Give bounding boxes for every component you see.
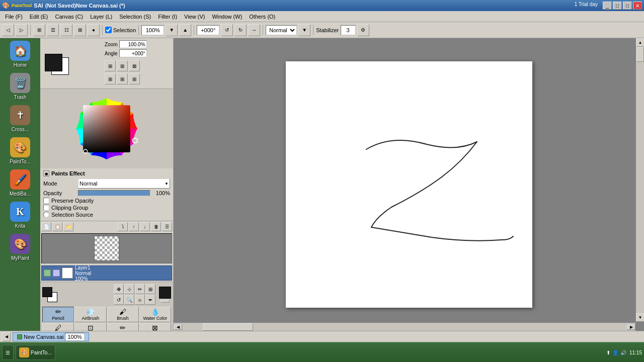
airbrush-tool-btn[interactable]: 💨 AirBrush xyxy=(74,307,106,322)
angle-input[interactable] xyxy=(197,25,219,35)
zoom-down-btn[interactable]: ▼ xyxy=(166,24,178,36)
transform-tool-btn[interactable]: ⊹ xyxy=(124,284,134,294)
zoom-input[interactable] xyxy=(141,25,164,35)
stabilizer-input[interactable] xyxy=(341,25,356,35)
angle-btn-2[interactable]: ↻ xyxy=(234,24,247,36)
copy-layer-btn[interactable]: 📋 xyxy=(52,222,62,231)
foreground-color-swatch[interactable] xyxy=(45,54,62,71)
zoom-value-input[interactable] xyxy=(119,40,147,48)
new-layer-btn[interactable]: 📄 xyxy=(41,222,51,231)
merge-down-btn[interactable]: ⤵ xyxy=(118,222,128,231)
menu-others[interactable]: Others (O) xyxy=(246,13,278,21)
preserve-opacity-checkbox[interactable] xyxy=(43,198,49,204)
view-btn-2[interactable]: ☰ xyxy=(47,24,59,36)
view-btn-1[interactable]: ⊞ xyxy=(33,24,45,36)
eyedropper-tool-btn[interactable]: ✏ xyxy=(135,284,145,294)
blend-mode-btn[interactable]: ▼ xyxy=(298,24,310,36)
scroll-track-h[interactable] xyxy=(183,323,626,331)
menu-window[interactable]: Window (W) xyxy=(209,13,245,21)
color-swatch-area[interactable] xyxy=(42,51,103,74)
selerase-tool-btn[interactable]: ⊠ SelErase xyxy=(139,323,171,331)
taskbar-painttool-btn[interactable]: 🎨 PaintTo... xyxy=(16,345,55,360)
lasso-tool-btn[interactable]: ⌾ xyxy=(135,295,145,305)
menu-layer[interactable]: Layer (L) xyxy=(87,13,115,21)
pencil-tool-btn[interactable]: ✏ Pencil xyxy=(42,307,74,322)
clipping-group-checkbox[interactable] xyxy=(43,205,49,211)
desktop-icon-krita[interactable]: K Krita xyxy=(10,202,30,229)
selection-checkbox[interactable] xyxy=(105,27,112,33)
restore-button[interactable]: □ xyxy=(623,2,632,10)
tab-scroll-left[interactable]: ◀ xyxy=(2,332,11,341)
menu-edit[interactable]: Edit (E) xyxy=(27,13,51,21)
view-btn-4[interactable]: ⊞ xyxy=(74,24,86,36)
paints-effect-expand[interactable]: ■ xyxy=(43,170,49,176)
drawing-canvas[interactable] xyxy=(286,61,532,308)
move-tool-btn[interactable]: ✥ xyxy=(114,284,124,294)
selpen-tool-btn[interactable]: ✏ SelPen xyxy=(107,323,139,331)
scroll-down-btn[interactable]: ▼ xyxy=(636,313,644,322)
color-expand-btn[interactable] xyxy=(160,300,170,303)
angle-value-input[interactable] xyxy=(119,49,147,57)
menu-file[interactable]: File (F) xyxy=(2,13,26,21)
scroll-left-btn[interactable]: ◀ xyxy=(174,324,182,330)
view-btn-5[interactable]: ● xyxy=(88,24,100,36)
magnify-tool-btn[interactable]: ⊞ xyxy=(145,284,155,294)
tool-grid-btn-5[interactable]: ⊞ xyxy=(117,73,128,84)
color-wheel[interactable] xyxy=(69,91,144,166)
tool-grid-btn-4[interactable]: ⊞ xyxy=(105,73,116,84)
desktop-icon-medibang[interactable]: 🖌️ MediBa... xyxy=(10,169,31,197)
nav-right-btn[interactable]: ▷ xyxy=(16,24,28,36)
minimize-button[interactable]: _ xyxy=(603,2,612,10)
scroll-track-v[interactable] xyxy=(636,47,644,313)
marker-tool-btn[interactable]: 🖊 Marker xyxy=(42,323,74,331)
color-wheel-container[interactable] xyxy=(40,89,173,168)
desktop-icon-home[interactable]: 🏠 Home xyxy=(10,41,30,68)
close-button[interactable]: ✕ xyxy=(633,2,642,10)
opacity-bar[interactable] xyxy=(78,190,150,196)
scroll-thumb-h[interactable] xyxy=(203,323,253,331)
mode-dropdown[interactable]: Normal ▼ xyxy=(78,178,170,189)
maximize-button[interactable]: □ xyxy=(613,2,622,10)
stabilizer-settings-btn[interactable]: ⚙ xyxy=(357,24,369,36)
menu-canvas[interactable]: Canvas (C) xyxy=(52,13,87,21)
layer-edit-btn[interactable] xyxy=(53,269,60,277)
desktop-icon-trash[interactable]: 🗑️ Trash xyxy=(10,73,30,100)
desktop-icon-mypaint[interactable]: 🎨 MyPaint xyxy=(10,234,30,261)
layer-menu-btn[interactable]: ☰ xyxy=(162,222,172,231)
brush-tool-btn[interactable]: 🖌 Brush xyxy=(107,307,139,322)
foreground-bg-color-switcher[interactable] xyxy=(42,287,57,302)
taskbar-start-btn[interactable]: ☰ xyxy=(2,345,14,360)
scroll-thumb-v[interactable] xyxy=(636,47,644,62)
view-btn-3[interactable]: ☷ xyxy=(60,24,72,36)
move-up-btn[interactable]: ↑ xyxy=(129,222,139,231)
angle-btn-3[interactable]: ↔ xyxy=(248,24,260,36)
menu-selection[interactable]: Selection (S) xyxy=(116,13,154,21)
desktop-icon-painttool[interactable]: 🎨 PaintTo... xyxy=(10,137,31,164)
selection-source-radio[interactable] xyxy=(43,212,49,218)
canvas-area[interactable]: ▲ ▼ ◀ ▶ xyxy=(174,38,644,331)
layer-visibility-btn[interactable] xyxy=(44,269,51,277)
eraser-tool-btn[interactable]: ⊡ Eraser xyxy=(74,323,106,331)
tool-grid-btn-6[interactable]: ⊞ xyxy=(129,73,140,84)
delete-layer-btn[interactable]: 🗑 xyxy=(151,222,161,231)
folder-layer-btn[interactable]: 📁 xyxy=(63,222,73,231)
zoom-tool-btn[interactable]: 🔍 xyxy=(124,295,134,305)
pen-tool-btn[interactable]: ✒ xyxy=(145,295,155,305)
watercolor-tool-btn[interactable]: 💧 Water Color xyxy=(139,307,171,322)
tool-grid-btn-2[interactable]: ⊞ xyxy=(117,60,128,71)
zoom-up-btn[interactable]: ▲ xyxy=(179,24,191,36)
menu-filter[interactable]: Filter (I) xyxy=(155,13,180,21)
scroll-right-btn[interactable]: ▶ xyxy=(627,324,635,330)
rotate-tool-btn[interactable]: ↺ xyxy=(114,295,124,305)
menu-view[interactable]: View (V) xyxy=(181,13,208,21)
vertical-scrollbar[interactable]: ▲ ▼ xyxy=(635,38,644,322)
tool-grid-btn-1[interactable]: ⊞ xyxy=(105,60,116,71)
desktop-icon-cross[interactable]: ✝ Cross... xyxy=(10,105,30,132)
move-down-btn[interactable]: ↓ xyxy=(140,222,150,231)
scroll-up-btn[interactable]: ▲ xyxy=(636,38,644,47)
nav-left-btn[interactable]: ◁ xyxy=(2,24,14,36)
layer-item-1[interactable]: Layer1 Normal 100% xyxy=(41,265,172,281)
angle-btn-1[interactable]: ↺ xyxy=(221,24,233,36)
tool-grid-btn-3[interactable]: ⊠ xyxy=(129,60,140,71)
canvas-tab-1[interactable]: New Canvas.sai 100% xyxy=(13,332,89,341)
